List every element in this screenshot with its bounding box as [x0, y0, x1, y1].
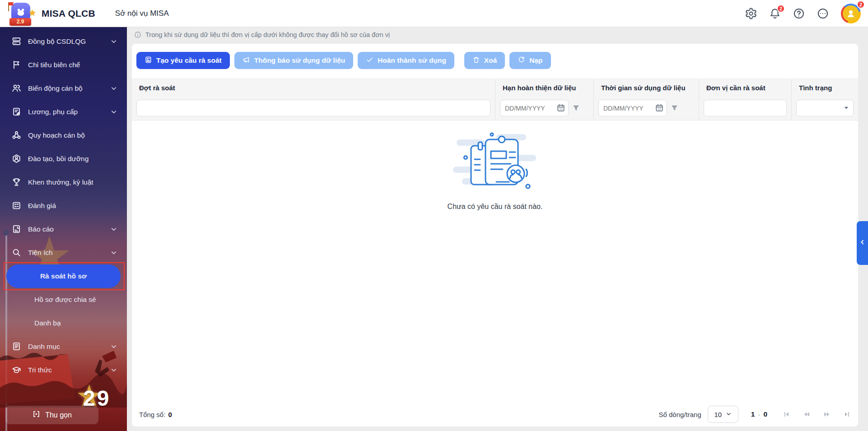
salary-doc-icon [12, 107, 22, 117]
sidebar-item-khen-thuong-ky-luat[interactable]: Khen thưởng, kỷ luật [0, 171, 127, 194]
report-icon [12, 224, 22, 234]
sidebar-item-label: Quy hoạch cán bộ [28, 131, 85, 139]
sidebar-item-label: Lương, phụ cấp [28, 108, 78, 116]
sidebar-item-quy-hoach-can-bo[interactable]: Quy hoạch cán bộ [0, 124, 127, 147]
sidebar-menu: Đồng bộ CSDLQGChỉ tiêu biên chếBiến động… [0, 30, 127, 382]
logo-version-badge: 2.9 [9, 18, 31, 26]
previous-page-button[interactable] [803, 411, 810, 418]
sidebar-item-luong-phu-cap[interactable]: Lương, phụ cấp [0, 100, 127, 124]
sidebar-item-dao-tao-boi-duong[interactable]: Đào tạo, bồi dưỡng [0, 147, 127, 171]
calendar-icon[interactable]: 23 [556, 103, 565, 112]
chevron-down-icon [726, 411, 732, 418]
button-label: Thông báo sử dụng dữ liệu [254, 56, 345, 65]
info-icon [134, 31, 141, 38]
pager [783, 411, 851, 418]
empty-state-message: Chưa có yêu cầu rà soát nào. [132, 203, 858, 211]
sidebar-item-bao-cao[interactable]: Báo cáo [0, 218, 127, 241]
sidebar-item-label: Biến động cán bộ [28, 84, 83, 93]
toolbar: Tạo yêu cầu rà soátThông báo sử dụng dữ … [132, 44, 858, 79]
filter-select-tinh-trang[interactable] [796, 100, 854, 116]
filter-input-don-vi-can-ra-soat[interactable] [704, 100, 787, 116]
sidebar: ★ ★ 29 Đồng bộ CSDLQGChỉ tiêu biên chếBi… [0, 27, 127, 431]
delete-button[interactable]: Xoá [464, 52, 505, 69]
flag-icon [12, 60, 22, 70]
empty-state-illustration [452, 132, 538, 195]
top-header: ★ 2.9 MISA QLCB Sở nội vụ MISA 2 2 [0, 0, 868, 27]
sidebar-item-danh-gia[interactable]: Đánh giá [0, 194, 127, 218]
evaluation-icon [12, 201, 22, 211]
create-review-request-button[interactable]: Tạo yêu cầu rà soát [136, 52, 230, 69]
column-header-han-hoan-thien-du-lieu: Hạn hoàn thiện dữ liệu [495, 79, 594, 96]
chevron-down-icon [110, 249, 118, 257]
star-icon: ★ [28, 8, 36, 18]
table-filter-row: 2323 [132, 96, 858, 120]
chevron-down-icon [110, 37, 118, 46]
button-label: Xoá [484, 56, 497, 65]
svg-text:23: 23 [560, 107, 563, 111]
range-start: 1 [751, 410, 755, 418]
chevron-down-icon [110, 366, 118, 374]
help-icon[interactable] [793, 8, 805, 19]
first-page-button[interactable] [783, 411, 790, 418]
filter-cell-don-vi-can-ra-soat [699, 96, 792, 120]
sidebar-item-bien-dong-can-bo[interactable]: Biến động cán bộ [0, 77, 127, 100]
page-size-value: 10 [714, 411, 722, 418]
sidebar-item-danh-ba[interactable]: Danh bạ [0, 311, 127, 335]
next-page-button[interactable] [823, 411, 831, 418]
table-header-row: Đợt rà soátHạn hoàn thiện dữ liệuThời gi… [132, 79, 858, 96]
sidebar-item-ho-so-duoc-chia-se[interactable]: Hồ sơ được chia sẻ [0, 288, 127, 311]
gear-icon[interactable] [745, 8, 757, 19]
sidebar-item-danh-muc[interactable]: Danh mục [0, 335, 127, 358]
sidebar-item-tri-thuc[interactable]: Tri thức [0, 358, 127, 382]
sidebar-item-tien-ich[interactable]: Tiện ích [0, 241, 127, 264]
range-separator: - [758, 411, 760, 418]
knowledge-icon [12, 365, 22, 375]
more-icon[interactable] [817, 8, 829, 19]
trash-icon [472, 56, 480, 65]
header-actions: 2 2 [745, 4, 861, 23]
filter-input-dot-ra-soat[interactable] [136, 100, 490, 116]
org-chart-icon [12, 130, 22, 140]
reload-button[interactable]: Nạp [509, 52, 551, 69]
chevron-down-icon [110, 225, 118, 233]
column-header-dot-ra-soat: Đợt rà soát [132, 79, 495, 96]
button-label: Hoàn thành sử dụng [378, 56, 446, 65]
trophy-icon [12, 177, 22, 187]
finish-usage-button[interactable]: Hoàn thành sử dụng [358, 52, 454, 69]
notify-data-usage-button[interactable]: Thông báo sử dụng dữ liệu [234, 52, 354, 69]
page-size-select[interactable]: 10 [708, 406, 738, 423]
total-label: Tổng số: [139, 411, 165, 418]
catalog-icon [12, 342, 22, 352]
sidebar-item-ra-soat-ho-so[interactable]: Rà soát hồ sơ [6, 264, 121, 288]
chevron-down-icon [110, 343, 118, 351]
filter-cell-dot-ra-soat [132, 96, 495, 120]
utilities-search-icon [12, 248, 22, 258]
app-root: ★ 2.9 MISA QLCB Sở nội vụ MISA 2 2 ★ [0, 0, 868, 431]
main-area: Trong khi sử dụng dữ liệu thì đơn vị cấp… [127, 27, 868, 431]
app-title: MISA QLCB [42, 8, 95, 19]
button-label: Nạp [529, 56, 542, 65]
expand-panel-tab[interactable] [857, 221, 868, 265]
last-page-button[interactable] [844, 411, 851, 418]
org-name[interactable]: Sở nội vụ MISA [115, 9, 169, 18]
sidebar-item-label: Khen thưởng, kỷ luật [28, 178, 93, 186]
sidebar-item-label: Danh mục [28, 343, 60, 351]
calendar-icon[interactable]: 23 [655, 103, 664, 112]
chevron-down-icon [110, 108, 118, 116]
filter-cell-thoi-gian-su-dung-du-lieu: 23 [594, 96, 699, 120]
total-value: 0 [168, 411, 172, 418]
column-header-thoi-gian-su-dung-du-lieu: Thời gian sử dụng dữ liệu [594, 79, 699, 96]
collapse-sidebar-button[interactable]: Thu gọn [5, 406, 98, 424]
app-logo: ★ 2.9 [5, 1, 35, 26]
funnel-icon[interactable] [572, 104, 580, 112]
info-message: Trong khi sử dụng dữ liệu thì đơn vị cấp… [145, 31, 390, 38]
range-end: 0 [763, 410, 767, 418]
bell-icon[interactable]: 2 [769, 8, 781, 19]
sidebar-item-dong-bo-csdlqg[interactable]: Đồng bộ CSDLQG [0, 30, 127, 53]
funnel-icon[interactable] [671, 104, 678, 112]
column-header-tinh-trang: Tình trạng [792, 79, 858, 96]
avatar[interactable]: 2 [841, 4, 861, 23]
pagination-controls: Số dòng/trang 10 1 - 0 [659, 406, 851, 423]
sidebar-item-chi-tieu-bien-che[interactable]: Chỉ tiêu biên chế [0, 53, 127, 77]
total-count: Tổng số: 0 [139, 411, 172, 418]
